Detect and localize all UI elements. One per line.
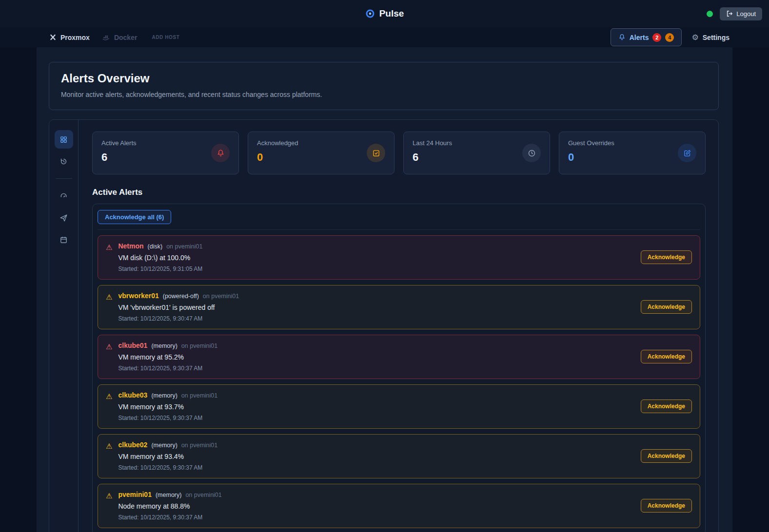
gauge-icon bbox=[59, 192, 68, 200]
stat-card-active-alerts: Active Alerts 6 bbox=[92, 132, 239, 174]
alert-guest-name: clkube01 bbox=[118, 342, 147, 349]
alerts-warning-badge: 4 bbox=[665, 33, 674, 42]
alert-text: clkube03 (memory) on pvemini01 VM memory… bbox=[118, 391, 640, 421]
acknowledge-button[interactable]: Acknowledge bbox=[641, 449, 692, 463]
rail-history-button[interactable] bbox=[55, 152, 73, 171]
alert-started: Started: 10/12/2025, 9:31:05 AM bbox=[118, 266, 640, 272]
alert-type: (memory) bbox=[151, 442, 177, 449]
tab-docker-label: Docker bbox=[114, 34, 137, 41]
tab-alerts[interactable]: Alerts 2 4 bbox=[611, 28, 682, 46]
tab-docker[interactable]: Docker bbox=[96, 27, 143, 47]
acknowledge-button[interactable]: Acknowledge bbox=[641, 399, 692, 413]
rail-calendar-button[interactable] bbox=[55, 230, 73, 249]
alert-message: VM disk (D:\) at 100.0% bbox=[118, 254, 640, 262]
rail-divider bbox=[56, 178, 72, 179]
alert-row: ⚠ clkube01 (memory) on pvemini01 VM memo… bbox=[98, 335, 700, 379]
alert-started: Started: 10/12/2025, 9:30:37 AM bbox=[118, 514, 640, 521]
alert-row: ⚠ clkube02 (memory) on pvemini01 VM memo… bbox=[98, 434, 700, 478]
alert-type: (memory) bbox=[156, 492, 181, 498]
top-bar: Pulse Logout bbox=[0, 0, 769, 27]
clock-icon bbox=[522, 144, 541, 162]
alert-started: Started: 10/12/2025, 9:30:47 AM bbox=[118, 315, 640, 322]
icon-rail bbox=[49, 120, 79, 532]
rail-dashboard-button[interactable] bbox=[55, 130, 73, 149]
alert-started: Started: 10/12/2025, 9:30:37 AM bbox=[118, 464, 640, 471]
bell-icon bbox=[618, 34, 626, 41]
stat-value: 6 bbox=[101, 151, 137, 164]
alerts-overview-card: Alerts Overview Monitor active alerts, a… bbox=[49, 62, 719, 110]
rail-send-button[interactable] bbox=[55, 209, 73, 227]
bell-icon bbox=[211, 144, 230, 162]
acknowledge-button[interactable]: Acknowledge bbox=[641, 250, 692, 264]
warning-icon: ⚠ bbox=[106, 441, 112, 452]
docker-icon bbox=[102, 34, 110, 41]
alert-started: Started: 10/12/2025, 9:30:37 AM bbox=[118, 365, 640, 372]
app-logo: Pulse bbox=[365, 8, 404, 19]
logout-button[interactable]: Logout bbox=[720, 7, 762, 20]
warning-icon: ⚠ bbox=[106, 491, 112, 501]
main-content: Alerts Overview Monitor active alerts, a… bbox=[37, 47, 732, 532]
alert-host: on pvemini01 bbox=[166, 243, 202, 250]
stat-label: Active Alerts bbox=[101, 139, 137, 147]
alert-host: on pvemini01 bbox=[181, 342, 217, 349]
logout-label: Logout bbox=[736, 10, 756, 18]
alert-row: ⚠ vbrworker01 (powered-off) on pvemini01… bbox=[98, 285, 700, 329]
tab-bar: Proxmox Docker ADD HOST Alerts 2 4 ⚙ Set… bbox=[0, 27, 769, 47]
alert-message: VM memory at 95.2% bbox=[118, 353, 640, 361]
alert-title-line: clkube02 (memory) on pvemini01 bbox=[118, 441, 640, 449]
calendar-icon bbox=[59, 236, 68, 244]
alert-text: Netmon (disk) on pvemini01 VM disk (D:\)… bbox=[118, 242, 640, 272]
alerts-toolbar: Acknowledge all (6) bbox=[98, 209, 700, 230]
app-title: Pulse bbox=[379, 8, 404, 19]
alert-started: Started: 10/12/2025, 9:30:37 AM bbox=[118, 415, 640, 421]
alert-host: on pvemini01 bbox=[181, 392, 217, 399]
tab-settings-label: Settings bbox=[703, 34, 730, 41]
alert-text: clkube01 (memory) on pvemini01 VM memory… bbox=[118, 342, 640, 372]
alert-title-line: clkube01 (memory) on pvemini01 bbox=[118, 342, 640, 349]
alert-type: (memory) bbox=[151, 392, 177, 399]
alerts-critical-badge: 2 bbox=[652, 33, 661, 42]
tab-proxmox[interactable]: Proxmox bbox=[43, 27, 96, 47]
alert-type: (disk) bbox=[148, 243, 163, 250]
alert-title-line: vbrworker01 (powered-off) on pvemini01 bbox=[118, 292, 640, 300]
tab-settings[interactable]: ⚙ Settings bbox=[682, 27, 732, 47]
alert-guest-name: vbrworker01 bbox=[118, 292, 158, 300]
check-square-icon bbox=[367, 144, 385, 162]
stat-label: Acknowledged bbox=[257, 139, 298, 147]
send-icon bbox=[59, 214, 68, 222]
alert-host: on pvemini01 bbox=[181, 442, 217, 449]
alert-text: pvemini01 (memory) on pvemini01 Node mem… bbox=[118, 491, 640, 521]
pulse-logo-icon bbox=[365, 9, 375, 19]
alert-host: on pvemini01 bbox=[185, 492, 221, 498]
alert-type: (powered-off) bbox=[163, 293, 199, 300]
logout-icon bbox=[726, 10, 733, 17]
alert-guest-name: pvemini01 bbox=[118, 491, 151, 498]
stat-card-acknowledged: Acknowledged 0 bbox=[248, 132, 394, 174]
stats-row: Active Alerts 6 Acknowledged 0 bbox=[92, 132, 706, 174]
alert-row: ⚠ Netmon (disk) on pvemini01 VM disk (D:… bbox=[98, 235, 700, 280]
tab-alerts-label: Alerts bbox=[630, 34, 649, 41]
acknowledge-button[interactable]: Acknowledge bbox=[641, 499, 692, 513]
alert-message: VM memory at 93.4% bbox=[118, 453, 640, 460]
acknowledge-button[interactable]: Acknowledge bbox=[641, 300, 692, 314]
alert-text: vbrworker01 (powered-off) on pvemini01 V… bbox=[118, 292, 640, 322]
warning-icon: ⚠ bbox=[106, 342, 112, 352]
warning-icon: ⚠ bbox=[106, 242, 112, 253]
active-alerts-heading: Active Alerts bbox=[92, 188, 706, 197]
warning-icon: ⚠ bbox=[106, 292, 112, 303]
edit-icon bbox=[678, 144, 696, 162]
add-host-button[interactable]: ADD HOST bbox=[145, 35, 185, 40]
stat-value: 6 bbox=[413, 151, 452, 164]
alert-title-line: clkube03 (memory) on pvemini01 bbox=[118, 391, 640, 399]
alert-row: ⚠ pvemini01 (memory) on pvemini01 Node m… bbox=[98, 484, 700, 528]
acknowledge-all-button[interactable]: Acknowledge all (6) bbox=[98, 210, 171, 224]
dashboard-grid-icon bbox=[59, 135, 68, 144]
page-subtitle: Monitor active alerts, acknowledgements,… bbox=[61, 91, 707, 98]
acknowledge-button[interactable]: Acknowledge bbox=[641, 350, 692, 363]
rail-gauge-button[interactable] bbox=[55, 187, 73, 205]
stat-card-last-24-hours: Last 24 Hours 6 bbox=[403, 132, 550, 174]
alert-text: clkube02 (memory) on pvemini01 VM memory… bbox=[118, 441, 640, 471]
alert-type: (memory) bbox=[151, 342, 177, 349]
gear-icon: ⚙ bbox=[691, 33, 698, 42]
stat-value: 0 bbox=[568, 151, 614, 164]
